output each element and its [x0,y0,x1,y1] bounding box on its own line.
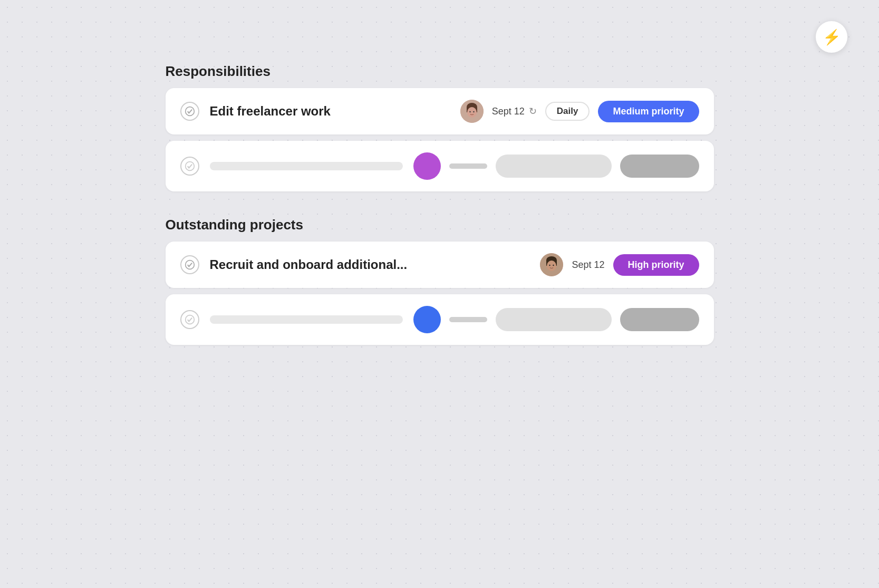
task-meta-1: Sept 12 ↻ Daily Medium priority [460,100,699,123]
svg-point-6 [473,111,474,112]
skeleton-pill-dark-1 [620,155,699,178]
task-meta-3: Sept 12 High priority [540,253,699,276]
avatar-1 [460,100,484,123]
avatar-svg-1 [460,100,484,123]
svg-point-4 [467,107,477,118]
lightning-button[interactable]: ⚡ [816,21,847,53]
badge-medium-priority-1: Medium priority [598,101,699,122]
task-meta-skeleton-1 [413,152,699,180]
avatar-3 [540,253,563,276]
avatar-svg-3 [540,253,563,276]
skeleton-pill-2 [496,308,612,331]
skeleton-date-2 [449,317,487,322]
skeleton-date-1 [449,163,487,169]
task-checkbox-1[interactable] [180,102,199,121]
task-card-skeleton-2 [166,294,714,345]
skeleton-pill-dark-2 [620,308,699,331]
skeleton-avatar-purple [413,152,441,180]
section-responsibilities: Responsibilities Edit freelancer work [166,63,714,191]
task-date-3: Sept 12 [572,259,604,271]
repeat-icon-1: ↻ [529,105,537,117]
task-title-3: Recruit and onboard additional... [210,257,530,272]
badge-high-priority-3: High priority [613,254,699,276]
skeleton-bar-2 [210,315,403,324]
main-container: Responsibilities Edit freelancer work [144,0,735,402]
task-checkbox-skeleton-1[interactable] [180,157,199,176]
section-outstanding-projects: Outstanding projects Recruit and onboard… [166,217,714,345]
task-card-1: Edit freelancer work [166,88,714,134]
svg-point-12 [547,261,556,271]
task-meta-skeleton-2 [413,306,699,333]
skeleton-pill-1 [496,155,612,178]
task-card-skeleton-1 [166,141,714,191]
svg-point-5 [469,111,470,112]
badge-daily-1: Daily [545,102,590,121]
svg-point-14 [553,265,554,266]
lightning-icon: ⚡ [823,28,841,46]
section-title-responsibilities: Responsibilities [166,63,714,80]
skeleton-avatar-blue [413,306,441,333]
task-checkbox-skeleton-2[interactable] [180,310,199,329]
task-title-1: Edit freelancer work [210,104,450,119]
svg-point-13 [549,265,550,266]
task-card-3: Recruit and onboard additional... [166,242,714,288]
skeleton-bar-1 [210,162,403,170]
section-title-outstanding: Outstanding projects [166,217,714,233]
task-date-1: Sept 12 [492,106,525,117]
task-checkbox-3[interactable] [180,255,199,274]
